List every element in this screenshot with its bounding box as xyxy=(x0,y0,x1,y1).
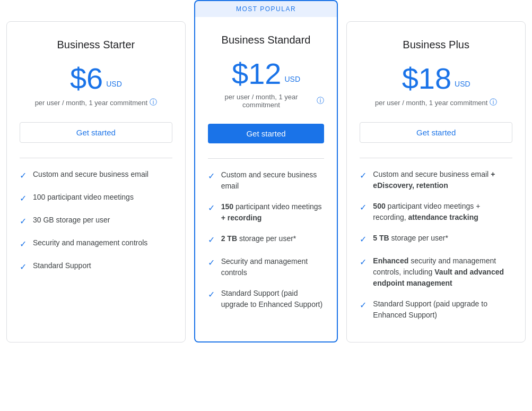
price-desc-starter: per user / month, 1 year commitment ⓘ xyxy=(20,98,172,107)
check-icon: ✓ xyxy=(360,201,367,214)
plan-name-plus: Business Plus xyxy=(360,39,512,51)
features-list-starter: ✓ Custom and secure business email ✓ 100… xyxy=(20,169,172,273)
check-icon: ✓ xyxy=(208,202,215,215)
most-popular-banner: MOST POPULAR xyxy=(194,0,338,17)
price-row-standard: $12 USD xyxy=(208,59,325,89)
plan-name-standard: Business Standard xyxy=(208,34,325,46)
feature-item: ✓ 30 GB storage per user xyxy=(20,215,172,228)
feature-item: ✓ Custom and secure business email + eDi… xyxy=(360,169,512,191)
feature-item: ✓ 2 TB storage per user* xyxy=(208,233,325,246)
features-list-plus: ✓ Custom and secure business email + eDi… xyxy=(360,169,512,321)
check-icon: ✓ xyxy=(20,192,27,205)
feature-item: ✓ Standard Support xyxy=(20,260,172,273)
get-started-button-plus[interactable]: Get started xyxy=(360,122,512,143)
check-icon: ✓ xyxy=(20,261,27,273)
price-desc-standard: per user / month, 1 year commitment ⓘ xyxy=(208,93,325,109)
price-row-plus: $18 USD xyxy=(360,64,512,93)
plan-card-plus: Business Plus $18 USD per user / month, … xyxy=(346,21,526,343)
check-icon: ✓ xyxy=(208,234,215,246)
price-desc-plus: per user / month, 1 year commitment ⓘ xyxy=(360,98,512,107)
feature-item: ✓ 500 participant video meetings + recor… xyxy=(360,201,512,223)
check-icon: ✓ xyxy=(360,256,367,269)
check-icon: ✓ xyxy=(20,238,27,251)
check-icon: ✓ xyxy=(208,170,215,183)
pricing-wrapper: Business Starter $6 USD per user / month… xyxy=(0,0,532,343)
price-amount-standard: $12 xyxy=(232,59,281,89)
check-icon: ✓ xyxy=(208,288,215,301)
divider-plus xyxy=(360,158,512,158)
check-icon: ✓ xyxy=(360,299,367,312)
feature-item: ✓ Standard Support (paid upgrade to Enha… xyxy=(360,298,512,321)
check-icon: ✓ xyxy=(360,169,367,182)
feature-item: ✓ Standard Support (paid upgrade to Enha… xyxy=(208,288,325,310)
price-row-starter: $6 USD xyxy=(20,64,172,93)
price-amount-plus: $18 xyxy=(402,64,451,93)
feature-item: ✓ Security and management controls xyxy=(208,256,325,278)
feature-item: ✓ 150 participant video meetings + recor… xyxy=(208,201,325,224)
info-icon-plus[interactable]: ⓘ xyxy=(490,98,497,107)
check-icon: ✓ xyxy=(20,169,27,182)
divider-standard xyxy=(208,158,325,159)
feature-item: ✓ Security and management controls xyxy=(20,237,172,251)
feature-item: ✓ 100 participant video meetings xyxy=(20,192,172,205)
features-list-standard: ✓ Custom and secure business email ✓ 150… xyxy=(208,169,325,310)
plan-name-starter: Business Starter xyxy=(20,39,172,51)
check-icon: ✓ xyxy=(360,233,367,246)
price-currency-starter: USD xyxy=(106,80,122,88)
check-icon: ✓ xyxy=(20,215,27,228)
feature-item: ✓ 5 TB storage per user* xyxy=(360,233,512,246)
plan-card-standard: Business Standard $12 USD per user / mon… xyxy=(194,17,338,343)
divider-starter xyxy=(20,158,172,158)
info-icon-standard[interactable]: ⓘ xyxy=(317,96,324,106)
plans-container: Business Starter $6 USD per user / month… xyxy=(6,0,526,343)
info-icon-starter[interactable]: ⓘ xyxy=(150,98,157,107)
get-started-button-standard[interactable]: Get started xyxy=(208,124,325,143)
standard-wrapper: MOST POPULAR Business Standard $12 USD p… xyxy=(190,0,343,343)
feature-item: ✓ Custom and secure business email xyxy=(20,169,172,182)
price-amount-starter: $6 xyxy=(70,64,103,93)
price-currency-plus: USD xyxy=(455,80,470,88)
get-started-button-starter[interactable]: Get started xyxy=(20,122,172,143)
check-icon: ✓ xyxy=(208,256,215,269)
feature-item: ✓ Enhanced security and management contr… xyxy=(360,255,512,289)
price-currency-standard: USD xyxy=(284,75,300,83)
feature-item: ✓ Custom and secure business email xyxy=(208,169,325,192)
plan-card-starter: Business Starter $6 USD per user / month… xyxy=(6,21,186,343)
